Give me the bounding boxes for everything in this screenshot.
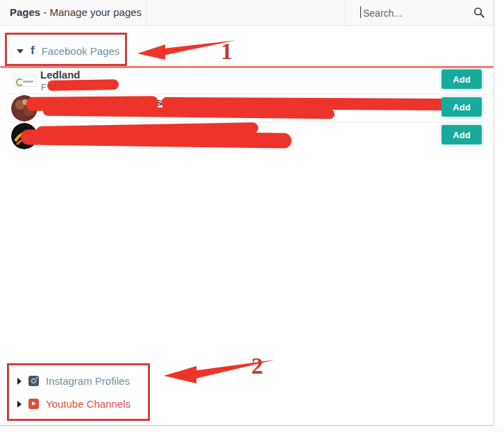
redaction-scribble bbox=[47, 79, 119, 91]
red-marker-line bbox=[0, 66, 494, 68]
section-youtube-label[interactable]: Youtube Channels bbox=[46, 398, 131, 410]
chevron-down-icon[interactable] bbox=[17, 49, 24, 53]
youtube-icon bbox=[28, 399, 39, 409]
youtube-play-glyph bbox=[32, 401, 36, 406]
instagram-icon bbox=[28, 376, 39, 386]
avatar-logo-text bbox=[23, 81, 33, 83]
search-area bbox=[351, 0, 494, 25]
instagram-lens bbox=[31, 379, 36, 383]
section-youtube-channels[interactable]: Youtube Channels bbox=[17, 398, 131, 410]
search-input[interactable] bbox=[362, 4, 469, 22]
section-facebook-label[interactable]: Facebook Pages bbox=[42, 45, 120, 57]
row-separator bbox=[7, 94, 492, 94]
pages-manager-panel: Pages - Manage your pages f Facebook Pag… bbox=[0, 0, 494, 426]
add-button[interactable]: Add bbox=[442, 97, 482, 117]
redaction-scribble bbox=[21, 129, 292, 148]
section-instagram-label[interactable]: Instagram Profiles bbox=[46, 375, 130, 387]
add-button[interactable]: Add bbox=[442, 69, 482, 89]
page-avatar bbox=[14, 76, 36, 87]
add-button[interactable]: Add bbox=[442, 125, 482, 144]
page-title-bold: Pages bbox=[10, 6, 40, 18]
header-divider bbox=[345, 0, 346, 25]
page-title-rest: - Manage your pages bbox=[40, 6, 142, 18]
chevron-right-icon[interactable] bbox=[17, 401, 22, 408]
text-caret bbox=[360, 6, 361, 18]
header-bar: Pages - Manage your pages bbox=[0, 0, 494, 26]
header-divider bbox=[146, 0, 146, 25]
annotation-number-1: 1 bbox=[221, 38, 233, 65]
page-subtitle-prefix: F bbox=[41, 82, 47, 92]
page-name: Ledland bbox=[40, 69, 81, 81]
instagram-flash-dot bbox=[36, 377, 37, 379]
window-bottom-edge bbox=[0, 426, 504, 432]
app-window: Pages - Manage your pages f Facebook Pag… bbox=[0, 0, 504, 432]
annotation-number-2: 2 bbox=[251, 353, 263, 379]
section-facebook-pages[interactable]: f Facebook Pages bbox=[17, 45, 119, 57]
section-instagram-profiles[interactable]: Instagram Profiles bbox=[17, 375, 130, 387]
facebook-icon: f bbox=[31, 44, 35, 56]
chevron-right-icon[interactable] bbox=[17, 378, 22, 385]
annotation-box-2 bbox=[7, 363, 150, 421]
page-title: Pages - Manage your pages bbox=[10, 6, 142, 18]
redaction-scribble bbox=[43, 106, 335, 119]
search-icon[interactable] bbox=[473, 7, 485, 18]
